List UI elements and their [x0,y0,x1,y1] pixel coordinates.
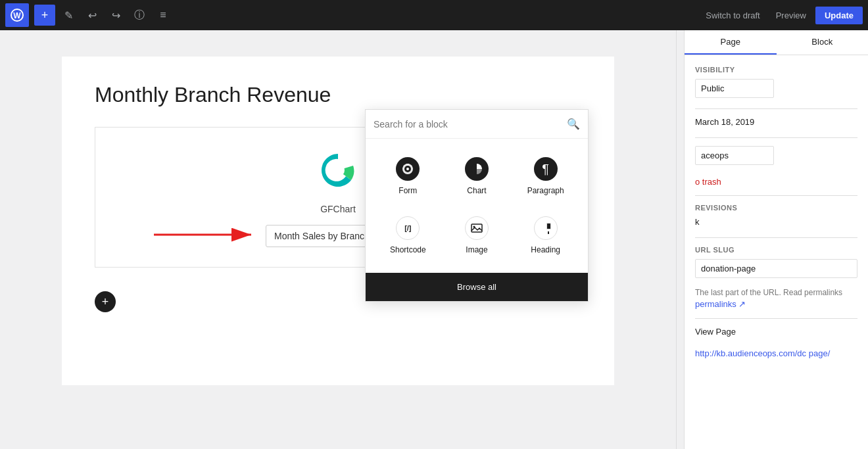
heading-label: Heading [531,245,560,254]
svg-point-2 [331,164,345,177]
chart-icon [465,157,489,181]
svg-rect-10 [471,224,482,232]
main-layout: Monthly Branch Revenue GFChart [0,30,868,449]
page-url-link[interactable]: http://kb.audienceops.com/dc page/ [695,348,830,358]
move-to-trash-link[interactable]: o trash [695,177,721,187]
block-item-image[interactable]: Image [445,208,509,262]
red-arrow-left [154,222,259,250]
block-grid: Form Chart ¶ [366,139,588,273]
block-item-chart[interactable]: Chart [445,149,509,203]
redo-button[interactable]: ↪ [105,5,126,26]
sidebar-divider-4 [695,237,857,238]
view-page-label: View Page [695,327,857,337]
chart-label: Chart [467,186,486,195]
add-block-button[interactable]: + [95,291,116,312]
gfchart-label: GFChart [320,204,356,214]
revisions-label: Revisions [695,204,857,212]
search-icon: 🔍 [567,118,580,130]
visibility-input[interactable] [695,79,774,98]
edit-button[interactable]: ✎ [58,5,79,26]
shortcode-icon: [/] [396,216,420,240]
block-item-shortcode[interactable]: [/] Shortcode [376,208,440,262]
wp-logo-icon[interactable]: W [5,3,29,27]
sidebar-tabs: Page Block [685,30,868,55]
heading-icon [534,216,558,240]
svg-rect-13 [547,224,550,229]
block-search-input[interactable] [374,119,562,130]
url-slug-input[interactable] [695,259,857,278]
sidebar-divider-3 [695,195,857,196]
svg-point-7 [406,168,409,170]
publish-date: March 18, 2019 [695,117,857,127]
svg-rect-8 [406,164,409,166]
scrollbar[interactable] [676,30,684,449]
svg-rect-14 [548,231,549,234]
shortcode-label: Shortcode [390,245,426,254]
form-icon [396,157,420,181]
paragraph-label: Paragraph [527,186,564,195]
page-title: Monthly Branch Revenue [95,83,581,107]
sidebar-divider-5 [695,318,857,319]
revisions-value: k [695,217,857,227]
right-sidebar: Page Block Visibility March 18, 2019 o t… [684,30,868,449]
image-label: Image [466,245,487,254]
read-permalinks-link[interactable]: permalinks ↗ [695,299,746,309]
editor-area: Monthly Branch Revenue GFChart [0,30,676,449]
switch-to-draft-button[interactable]: Switch to draft [699,7,766,24]
image-icon [465,216,489,240]
block-item-heading[interactable]: Heading [514,208,577,262]
sidebar-divider-1 [695,108,857,109]
visibility-label: Visibility [695,66,857,74]
toolbar: W + ✎ ↩ ↪ ⓘ ≡ Switch to draft Preview Up… [0,0,868,30]
form-label: Form [398,186,417,195]
block-item-paragraph[interactable]: ¶ Paragraph [514,149,577,203]
list-view-button[interactable]: ≡ [153,5,174,26]
gfchart-logo-icon [315,147,361,193]
url-slug-label: URL Slug [695,246,857,254]
tab-page[interactable]: Page [685,30,777,55]
sidebar-divider-2 [695,137,857,138]
url-slug-note: The last part of the URL. Read permalink… [695,287,857,310]
update-button[interactable]: Update [815,7,863,24]
undo-button[interactable]: ↩ [82,5,103,26]
add-block-toolbar-button[interactable]: + [34,5,55,26]
block-search-popup: 🔍 Form [365,109,589,302]
sidebar-content: Visibility March 18, 2019 o trash Revisi… [685,55,868,369]
preview-button[interactable]: Preview [769,7,813,24]
info-button[interactable]: ⓘ [129,5,150,26]
block-item-form[interactable]: Form [376,149,440,203]
browse-all-button[interactable]: Browse all [366,273,588,301]
block-search-header: 🔍 [366,110,588,139]
template-input[interactable] [695,146,774,165]
svg-text:W: W [13,11,21,20]
paragraph-icon: ¶ [534,157,558,181]
tab-block[interactable]: Block [777,30,869,55]
